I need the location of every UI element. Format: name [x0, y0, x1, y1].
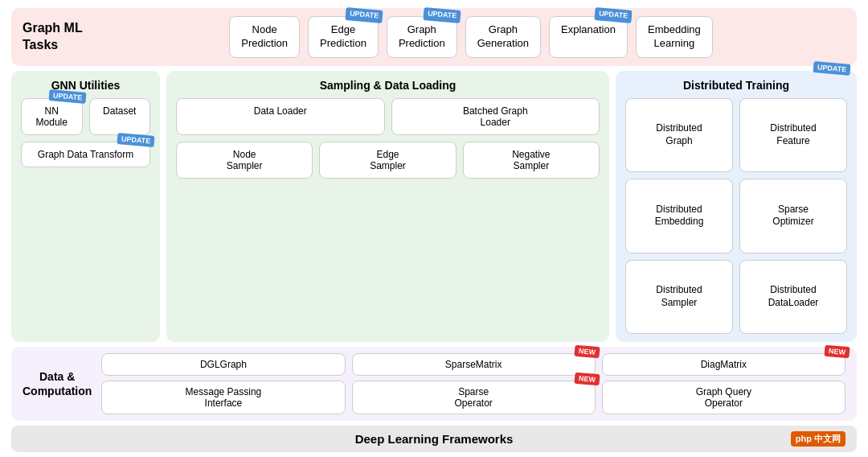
data-comp-row2: Message PassingInterface NEW SparseOpera…	[101, 381, 845, 414]
dist-graph-box: DistributedGraph	[625, 98, 733, 172]
task-explanation: UPDATE Explanation	[549, 16, 628, 58]
sampling-section: Sampling & Data Loading Data Loader Batc…	[166, 71, 609, 342]
task-node-prediction: NodePrediction	[229, 16, 300, 58]
message-passing-box: Message PassingInterface	[101, 381, 345, 414]
sampling-top-row: Data Loader Batched GraphLoader	[176, 98, 600, 135]
new-badge: NEW	[824, 345, 850, 359]
nn-module-box: UPDATE NNModule	[21, 98, 83, 135]
update-badge: UPDATE	[594, 7, 633, 23]
dist-sampler-box: DistributedSampler	[625, 260, 733, 334]
sparse-operator-box: NEW SparseOperator	[352, 381, 596, 414]
update-badge: UPDATE	[49, 89, 87, 104]
php-badge: php 中文网	[791, 431, 845, 447]
task-edge-prediction: UPDATE EdgePrediction	[308, 16, 379, 58]
data-comp-row1: DGLGraph NEW SparseMatrix NEW DiagMatrix	[101, 353, 845, 376]
footer-section: Deep Learning Frameworks php 中文网	[11, 426, 857, 452]
update-badge: UPDATE	[345, 7, 383, 23]
task-label: EmbeddingLearning	[648, 23, 701, 49]
gnn-title: GNN Utilities	[21, 79, 150, 92]
task-label: NodePrediction	[241, 23, 288, 49]
update-badge: UPDATE	[117, 133, 154, 147]
diag-matrix-box: NEW DiagMatrix	[602, 353, 845, 376]
graph-query-operator-box: Graph QueryOperator	[602, 381, 845, 414]
graph-ml-section: Graph MLTasks NodePrediction UPDATE Edge…	[11, 8, 857, 66]
distributed-section: UPDATE Distributed Training DistributedG…	[616, 71, 857, 342]
edge-sampler-box: EdgeSampler	[319, 142, 456, 179]
task-label: Explanation	[561, 23, 616, 35]
dist-feature-box: DistributedFeature	[739, 98, 847, 172]
sparse-matrix-box: NEW SparseMatrix	[352, 353, 596, 376]
task-graph-prediction: UPDATE GraphPrediction	[387, 16, 457, 58]
task-label: GraphPrediction	[399, 23, 445, 49]
new-badge: NEW	[574, 373, 600, 386]
dataset-box: Dataset	[89, 98, 151, 135]
sparse-optimizer-box: SparseOptimizer	[739, 179, 847, 253]
data-comp-title: Data &Computation	[23, 369, 92, 398]
gnn-top-row: UPDATE NNModule Dataset	[21, 98, 150, 135]
task-items: NodePrediction UPDATE EdgePrediction UPD…	[96, 16, 845, 58]
update-badge: UPDATE	[424, 7, 462, 23]
task-graph-generation: GraphGeneration	[465, 16, 541, 58]
task-label: GraphGeneration	[477, 23, 529, 49]
data-computation-section: Data &Computation DGLGraph NEW SparseMat…	[11, 347, 857, 421]
php-badge-text: php 中文网	[796, 434, 841, 443]
graph-data-transform-box: UPDATE Graph Data Transform	[21, 142, 150, 167]
task-label: EdgePrediction	[320, 23, 366, 49]
batched-graph-loader-box: Batched GraphLoader	[391, 98, 600, 135]
negative-sampler-box: NegativeSampler	[463, 142, 600, 179]
task-embedding-learning: EmbeddingLearning	[636, 16, 713, 58]
sampling-title: Sampling & Data Loading	[176, 79, 600, 92]
footer-label: Deep Learning Frameworks	[355, 432, 514, 446]
dist-embedding-box: DistributedEmbedding	[625, 179, 733, 253]
update-badge: UPDATE	[813, 61, 850, 76]
graph-ml-title: Graph MLTasks	[23, 20, 87, 54]
sampling-bottom-row: NodeSampler EdgeSampler NegativeSampler	[176, 142, 600, 179]
dist-dataloader-box: DistributedDataLoader	[739, 260, 847, 334]
middle-row: GNN Utilities UPDATE NNModule Dataset UP…	[11, 71, 857, 342]
dgl-graph-box: DGLGraph	[101, 353, 345, 376]
distributed-title: Distributed Training	[625, 79, 847, 92]
data-loader-box: Data Loader	[176, 98, 385, 135]
new-badge: NEW	[574, 345, 600, 359]
node-sampler-box: NodeSampler	[176, 142, 313, 179]
data-comp-grid: DGLGraph NEW SparseMatrix NEW DiagMatrix…	[101, 353, 845, 414]
gnn-utilities-section: GNN Utilities UPDATE NNModule Dataset UP…	[11, 71, 160, 342]
dist-grid: DistributedGraph DistributedFeature Dist…	[625, 98, 847, 334]
